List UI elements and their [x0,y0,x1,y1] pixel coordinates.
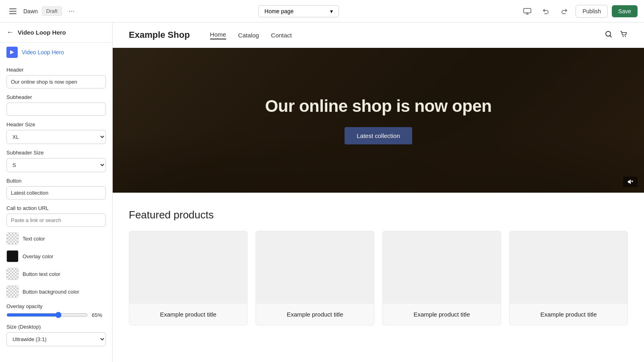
shop-logo: Example Shop [129,30,190,40]
text-color-swatch[interactable] [6,232,19,245]
size-select[interactable]: Small (4:3)Medium (16:9)Large (2:1)Ultra… [6,332,106,346]
desktop-view-icon[interactable] [520,4,535,19]
subheader-field-group: Subheader [6,94,106,116]
publish-button[interactable]: Publish [576,5,608,18]
overlay-color-label: Overlay color [23,253,54,259]
subheader-input[interactable] [6,103,106,116]
undo-icon[interactable] [539,4,553,19]
hero-button[interactable]: Latest collection [345,127,412,144]
opacity-slider[interactable] [6,312,88,318]
sidebar-fields: Header Subheader Header Size XSSMLXLXXL … [0,62,112,351]
product-title-4: Example product title [516,310,621,319]
product-card-3[interactable]: Example product title [382,231,501,325]
header-size-select[interactable]: XSSMLXLXXL [6,130,106,144]
svg-rect-1 [9,11,17,12]
product-title-1: Example product title [136,310,241,319]
nav-item-home[interactable]: Home [210,31,226,39]
btn-bg-color-swatch[interactable] [6,286,19,298]
svg-marker-4 [10,50,14,54]
search-icon[interactable] [605,30,613,40]
sidebar-toggle-icon[interactable] [6,5,19,18]
btn-bg-color-row[interactable]: Button background color [6,286,106,298]
draft-button[interactable]: Draft [42,6,62,16]
btn-text-color-label: Button text color [23,271,60,277]
section-icon [6,47,18,58]
preview-area: Example Shop Home Catalog Contact [113,23,644,362]
header-size-field-group: Header Size XSSMLXLXXL [6,121,106,144]
opacity-slider-row: 65% [6,312,106,318]
button-label: Button [6,178,106,184]
page-selector-label: Home page [264,8,293,14]
text-color-row[interactable]: Text color [6,232,106,245]
product-card-2[interactable]: Example product title [256,231,374,325]
svg-point-6 [623,36,623,37]
page-selector[interactable]: Home page ▾ [258,5,339,17]
product-image-2 [256,231,374,304]
products-grid: Example product title Example product ti… [129,231,628,325]
cart-icon[interactable] [620,30,628,40]
product-info-4: Example product title [510,304,627,325]
product-info-1: Example product title [129,304,247,325]
hero-title: Our online shop is now open [265,97,492,116]
header-field-group: Header [6,67,106,88]
hero-content: Our online shop is now open Latest colle… [265,97,492,144]
topbar-left: Dawn Draft ··· [6,5,77,18]
svg-rect-2 [9,13,17,14]
subheader-label: Subheader [6,94,106,100]
nav-item-contact[interactable]: Contact [271,32,292,39]
product-info-3: Example product title [383,304,501,325]
topbar-right: Publish Save [520,4,638,19]
svg-point-7 [625,36,626,37]
shop-navbar: Example Shop Home Catalog Contact [113,23,644,48]
header-input[interactable] [6,75,106,88]
sidebar-header: ← Video Loop Hero [0,23,112,43]
cta-input[interactable] [6,214,106,227]
button-field-group: Button [6,178,106,200]
svg-rect-3 [524,8,531,13]
btn-text-color-swatch[interactable] [6,268,19,280]
nav-item-catalog[interactable]: Catalog [238,32,259,39]
size-field-group: Size (Desktop) Small (4:3)Medium (16:9)L… [6,324,106,346]
sidebar: ← Video Loop Hero Video Loop Hero Header… [0,23,113,362]
topbar: Dawn Draft ··· Home page ▾ P [0,0,644,23]
product-card-1[interactable]: Example product title [129,231,248,325]
sidebar-section-item[interactable]: Video Loop Hero [0,43,112,62]
product-image-4 [510,231,627,304]
section-name-label: Video Loop Hero [22,49,64,56]
subheader-size-select[interactable]: XSSMLXL [6,158,106,172]
back-arrow-icon[interactable]: ← [6,28,14,37]
header-size-label: Header Size [6,121,106,128]
shop-nav: Home Catalog Contact [210,31,605,39]
save-button[interactable]: Save [612,5,638,17]
opacity-label: Overlay opacity [6,303,106,309]
product-info-2: Example product title [256,304,374,325]
featured-section: Featured products Example product title … [113,193,644,333]
topbar-center: Home page ▾ [82,5,515,17]
redo-icon[interactable] [557,4,572,19]
subheader-size-field-group: Subheader Size XSSMLXL [6,150,106,172]
overlay-color-swatch[interactable] [6,250,19,262]
username-label: Dawn [23,8,38,14]
opacity-row: Overlay opacity 65% [6,303,106,318]
product-card-4[interactable]: Example product title [509,231,628,325]
chevron-down-icon: ▾ [330,8,333,14]
featured-title: Featured products [129,209,628,221]
hero-section: Our online shop is now open Latest colle… [113,48,644,193]
mute-button[interactable] [623,177,638,187]
more-options-button[interactable]: ··· [66,6,77,17]
overlay-color-row[interactable]: Overlay color [6,250,106,262]
main-layout: ← Video Loop Hero Video Loop Hero Header… [0,23,644,362]
product-title-2: Example product title [262,310,367,319]
product-image-3 [383,231,501,304]
subheader-size-label: Subheader Size [6,150,106,156]
product-image-1 [129,231,247,304]
button-input[interactable] [6,186,106,200]
opacity-value: 65% [92,312,106,318]
btn-bg-color-label: Button background color [23,289,79,295]
product-title-3: Example product title [389,310,494,319]
preview-container: Example Shop Home Catalog Contact [113,23,644,362]
text-color-label: Text color [23,236,45,242]
shop-icons [605,30,628,40]
sidebar-title: Video Loop Hero [18,29,66,36]
btn-text-color-row[interactable]: Button text color [6,268,106,280]
